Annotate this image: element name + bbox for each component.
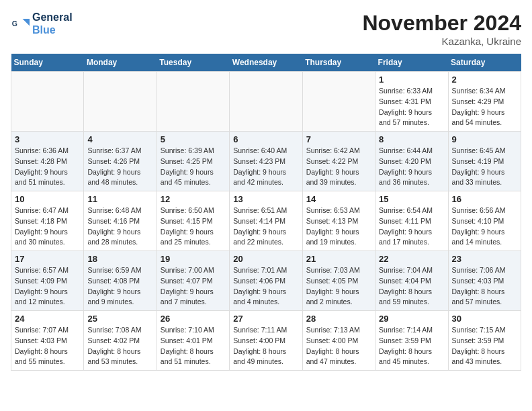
day-number: 28 [306,314,371,324]
header-monday: Monday [84,54,157,72]
day-info: Sunrise: 7:07 AM Sunset: 4:03 PM Dayligh… [15,325,80,367]
day-number: 16 [452,194,517,204]
day-number: 22 [379,254,444,264]
day-info: Sunrise: 7:01 AM Sunset: 4:06 PM Dayligh… [233,265,298,308]
day-cell: 27Sunrise: 7:11 AM Sunset: 4:00 PM Dayli… [230,311,302,371]
day-info: Sunrise: 6:56 AM Sunset: 4:10 PM Dayligh… [452,205,517,248]
day-cell: 16Sunrise: 6:56 AM Sunset: 4:10 PM Dayli… [448,191,521,251]
day-cell: 20Sunrise: 7:01 AM Sunset: 4:06 PM Dayli… [230,251,302,311]
day-number: 5 [161,134,226,144]
day-number: 14 [306,194,371,204]
week-row-5: 24Sunrise: 7:07 AM Sunset: 4:03 PM Dayli… [11,311,521,371]
day-cell: 5Sunrise: 6:39 AM Sunset: 4:25 PM Daylig… [157,132,229,191]
day-number: 15 [379,194,444,204]
day-info: Sunrise: 6:42 AM Sunset: 4:22 PM Dayligh… [306,146,371,188]
day-info: Sunrise: 7:08 AM Sunset: 4:02 PM Dayligh… [87,325,152,367]
day-cell: 3Sunrise: 6:36 AM Sunset: 4:28 PM Daylig… [11,132,84,191]
day-number: 12 [161,194,226,204]
day-number: 21 [306,254,371,264]
day-info: Sunrise: 6:57 AM Sunset: 4:09 PM Dayligh… [15,265,80,308]
day-cell: 29Sunrise: 7:14 AM Sunset: 3:59 PM Dayli… [375,311,448,371]
svg-text:G: G [12,19,17,28]
day-number: 24 [15,314,80,324]
day-number: 1 [379,75,444,85]
header-thursday: Thursday [302,54,375,72]
title-block: November 2024 Kazanka, Ukraine [362,11,521,47]
day-info: Sunrise: 7:15 AM Sunset: 3:59 PM Dayligh… [452,325,517,367]
day-info: Sunrise: 7:06 AM Sunset: 4:03 PM Dayligh… [452,265,517,308]
day-info: Sunrise: 7:04 AM Sunset: 4:04 PM Dayligh… [379,265,444,308]
day-cell: 14Sunrise: 6:53 AM Sunset: 4:13 PM Dayli… [302,191,375,251]
week-row-2: 3Sunrise: 6:36 AM Sunset: 4:28 PM Daylig… [11,132,521,191]
day-number: 11 [87,194,152,204]
day-info: Sunrise: 6:34 AM Sunset: 4:29 PM Dayligh… [452,86,517,128]
day-cell [84,72,157,132]
day-cell: 8Sunrise: 6:44 AM Sunset: 4:20 PM Daylig… [375,132,448,191]
day-info: Sunrise: 7:10 AM Sunset: 4:01 PM Dayligh… [161,325,226,367]
day-cell: 30Sunrise: 7:15 AM Sunset: 3:59 PM Dayli… [448,311,521,371]
day-info: Sunrise: 6:36 AM Sunset: 4:28 PM Dayligh… [15,146,80,188]
month-title: November 2024 [362,11,521,36]
day-info: Sunrise: 6:37 AM Sunset: 4:26 PM Dayligh… [87,146,152,188]
header-sunday: Sunday [11,54,84,72]
day-info: Sunrise: 6:59 AM Sunset: 4:08 PM Dayligh… [87,265,152,308]
day-cell: 23Sunrise: 7:06 AM Sunset: 4:03 PM Dayli… [448,251,521,311]
logo-line2: Blue [32,24,73,36]
day-info: Sunrise: 7:13 AM Sunset: 4:00 PM Dayligh… [306,325,371,367]
day-info: Sunrise: 6:48 AM Sunset: 4:16 PM Dayligh… [87,205,152,248]
day-info: Sunrise: 6:54 AM Sunset: 4:11 PM Dayligh… [379,205,444,248]
day-number: 30 [452,314,517,324]
day-info: Sunrise: 6:40 AM Sunset: 4:23 PM Dayligh… [233,146,298,188]
day-cell: 7Sunrise: 6:42 AM Sunset: 4:22 PM Daylig… [302,132,375,191]
day-cell: 6Sunrise: 6:40 AM Sunset: 4:23 PM Daylig… [230,132,302,191]
day-cell: 1Sunrise: 6:33 AM Sunset: 4:31 PM Daylig… [375,72,448,132]
day-cell: 18Sunrise: 6:59 AM Sunset: 4:08 PM Dayli… [84,251,157,311]
day-cell: 17Sunrise: 6:57 AM Sunset: 4:09 PM Dayli… [11,251,84,311]
day-number: 7 [306,134,371,144]
logo-line1: General [32,11,73,24]
week-row-3: 10Sunrise: 6:47 AM Sunset: 4:18 PM Dayli… [11,191,521,251]
day-info: Sunrise: 6:51 AM Sunset: 4:14 PM Dayligh… [233,205,298,248]
day-info: Sunrise: 7:11 AM Sunset: 4:00 PM Dayligh… [233,325,298,367]
day-number: 27 [233,314,298,324]
day-cell [157,72,229,132]
logo: G General Blue [11,11,73,36]
day-cell [302,72,375,132]
page-header: G General Blue November 2024 Kazanka, Uk… [11,11,521,47]
week-row-4: 17Sunrise: 6:57 AM Sunset: 4:09 PM Dayli… [11,251,521,311]
week-row-1: 1Sunrise: 6:33 AM Sunset: 4:31 PM Daylig… [11,72,521,132]
day-cell: 9Sunrise: 6:45 AM Sunset: 4:19 PM Daylig… [448,132,521,191]
day-number: 8 [379,134,444,144]
day-cell: 11Sunrise: 6:48 AM Sunset: 4:16 PM Dayli… [84,191,157,251]
svg-marker-1 [23,19,30,26]
day-cell: 24Sunrise: 7:07 AM Sunset: 4:03 PM Dayli… [11,311,84,371]
header-tuesday: Tuesday [157,54,229,72]
day-number: 6 [233,134,298,144]
day-info: Sunrise: 6:53 AM Sunset: 4:13 PM Dayligh… [306,205,371,248]
location: Kazanka, Ukraine [362,36,521,47]
day-number: 23 [452,254,517,264]
day-number: 17 [15,254,80,264]
day-cell: 28Sunrise: 7:13 AM Sunset: 4:00 PM Dayli… [302,311,375,371]
day-cell: 2Sunrise: 6:34 AM Sunset: 4:29 PM Daylig… [448,72,521,132]
day-number: 3 [15,134,80,144]
day-number: 13 [233,194,298,204]
day-cell: 25Sunrise: 7:08 AM Sunset: 4:02 PM Dayli… [84,311,157,371]
day-number: 9 [452,134,517,144]
day-number: 25 [87,314,152,324]
logo-icon: G [11,14,30,33]
day-cell: 26Sunrise: 7:10 AM Sunset: 4:01 PM Dayli… [157,311,229,371]
day-info: Sunrise: 6:33 AM Sunset: 4:31 PM Dayligh… [379,86,444,128]
day-info: Sunrise: 6:47 AM Sunset: 4:18 PM Dayligh… [15,205,80,248]
day-cell: 10Sunrise: 6:47 AM Sunset: 4:18 PM Dayli… [11,191,84,251]
day-cell: 22Sunrise: 7:04 AM Sunset: 4:04 PM Dayli… [375,251,448,311]
day-info: Sunrise: 7:00 AM Sunset: 4:07 PM Dayligh… [161,265,226,308]
header-saturday: Saturday [448,54,521,72]
day-cell: 15Sunrise: 6:54 AM Sunset: 4:11 PM Dayli… [375,191,448,251]
day-cell [230,72,302,132]
day-number: 4 [87,134,152,144]
day-cell: 12Sunrise: 6:50 AM Sunset: 4:15 PM Dayli… [157,191,229,251]
day-number: 2 [452,75,517,85]
day-number: 19 [161,254,226,264]
day-info: Sunrise: 7:03 AM Sunset: 4:05 PM Dayligh… [306,265,371,308]
